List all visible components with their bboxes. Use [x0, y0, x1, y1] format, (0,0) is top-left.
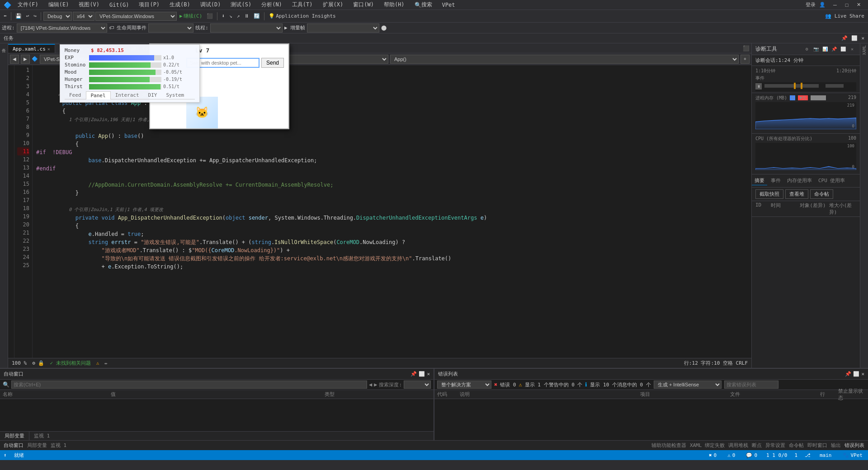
toolbar-back-icon[interactable]: ⬅ [2, 11, 9, 21]
error-list-float[interactable]: ⬜ [853, 371, 859, 377]
vpet-label[interactable]: 🐾 VPet [841, 450, 865, 460]
diag-tab-memory[interactable]: 内存使用率 [784, 176, 815, 185]
diag-pin-icon[interactable]: 📌 [830, 45, 838, 53]
search-nav-prev[interactable]: ◀ [369, 381, 372, 388]
stats-tab-diy[interactable]: DIY [144, 91, 162, 99]
tab-error-list-bottom[interactable]: 错误列表 [844, 442, 864, 449]
menu-debug[interactable]: 调试(D) [197, 0, 225, 10]
step-over-btn[interactable]: ⬇ [220, 11, 226, 21]
menu-project[interactable]: 项目(P) [135, 0, 163, 10]
watch-tab[interactable]: 监视 1 [29, 432, 54, 440]
diag-float-icon[interactable]: ⬜ [839, 45, 847, 53]
build-intellisense-combo[interactable]: 生成 + IntelliSense [654, 381, 722, 389]
diag-tab-cpu[interactable]: CPU 使用率 [816, 176, 848, 185]
tab-call-stack[interactable]: 调用堆栈 [728, 442, 748, 449]
diag-tab-summary[interactable]: 摘要 [752, 176, 767, 185]
warning-status-count[interactable]: ⚠ 0 [726, 450, 737, 460]
menu-tools[interactable]: 工具(T) [288, 0, 316, 10]
member-combo[interactable]: App() [390, 55, 739, 64]
minimize-button[interactable]: ─ [829, 0, 841, 10]
error-search-input[interactable] [724, 381, 778, 389]
platform-combo[interactable]: x64 [73, 12, 94, 21]
err-proj-header[interactable]: 项目 [640, 391, 730, 398]
close-button[interactable]: ✕ [853, 0, 864, 10]
menu-extend[interactable]: 扩展(X) [319, 0, 347, 10]
step-into-btn[interactable]: ↘ [227, 11, 234, 21]
right-sidebar-icon[interactable]: XAML [861, 43, 868, 57]
increment-combo[interactable] [307, 24, 379, 33]
git-branch-label[interactable]: main [818, 450, 834, 460]
restart-btn[interactable]: 🔄 [252, 11, 262, 21]
error-list-pin[interactable]: 📌 [845, 371, 851, 377]
stats-tab-feed[interactable]: Feed [65, 91, 86, 99]
auto-window-float[interactable]: ⬜ [419, 371, 425, 377]
warning-count-badge[interactable]: 显示 1 个警告中的 0 个 [525, 381, 583, 388]
error-count-badge[interactable]: 错误 0 [500, 381, 516, 388]
tab-accessibility-checker[interactable]: 辅助功能检查器 [651, 442, 686, 449]
tab-immediate[interactable]: 即时窗口 [807, 442, 827, 449]
err-desc-header[interactable]: 说明 [460, 391, 640, 398]
menu-test[interactable]: 测试(S) [227, 0, 255, 10]
nav-add-btn[interactable]: + [741, 55, 750, 64]
edit-icon[interactable]: ✏ [104, 360, 108, 366]
code-content[interactable]: /// App.xaml 的交互逻辑 /// </summary> 4 个引用|… [33, 65, 751, 358]
sidebar-task-icon[interactable]: 任务 [0, 43, 8, 47]
tab-command[interactable]: 命令帖 [789, 442, 804, 449]
search-nav-next[interactable]: ▶ [374, 381, 377, 388]
tab-output[interactable]: 输出 [831, 442, 841, 449]
lifetime-combo[interactable] [148, 24, 193, 33]
nav-prev-btn[interactable]: ◀ [10, 55, 19, 64]
search-depth-combo[interactable] [404, 381, 431, 389]
search-box[interactable]: 🔍 搜索 [411, 0, 436, 10]
force-gc-btn[interactable]: 命令帖 [810, 189, 833, 199]
menu-git[interactable]: Git(G) [106, 0, 132, 10]
toolbar-redo-icon[interactable]: ↪ [32, 11, 38, 21]
tab-appxaml[interactable]: App.xaml.cs ✕ [8, 44, 55, 53]
diag-chart-icon[interactable]: 📊 [821, 45, 829, 53]
task-float-icon[interactable]: ⬜ [851, 35, 858, 41]
maximize-button[interactable]: □ [841, 0, 853, 10]
bottom-tab-locals[interactable]: 局部变量 [27, 442, 47, 449]
diag-tab-events[interactable]: 事件 [768, 176, 783, 185]
continue-button[interactable]: ▶ 继续(C) [178, 11, 204, 21]
pause-btn[interactable]: ⏸ [242, 11, 251, 21]
tab-appxaml-close[interactable]: ✕ [47, 47, 50, 52]
zoom-level[interactable]: 100 % [12, 360, 27, 366]
bottom-tab-watch[interactable]: 监视 1 [51, 442, 66, 449]
game-send-button[interactable]: Send [261, 58, 284, 68]
auto-window-close[interactable]: ✕ [427, 371, 430, 377]
project-combo[interactable]: VPet-Simulator.Windows [95, 12, 177, 21]
bottom-tab-auto[interactable]: 自动窗口 [4, 442, 24, 449]
stats-tab-panel[interactable]: Panel [86, 91, 111, 99]
menu-build[interactable]: 生成(B) [166, 0, 194, 10]
error-status-count[interactable]: ✖ 0 [707, 450, 718, 460]
expand-icon[interactable]: ⬤ [381, 25, 387, 31]
diag-settings-icon[interactable]: ⚙ [803, 45, 811, 53]
pause-btn-timeline[interactable]: ⏸ [755, 83, 762, 89]
stats-tab-system[interactable]: System [161, 91, 189, 99]
menu-help[interactable]: 帮助(H) [380, 0, 408, 10]
menu-edit[interactable]: 编辑(E) [45, 0, 73, 10]
nav-next-btn[interactable]: ▶ [21, 55, 30, 64]
process-combo[interactable]: [7184] VPet-Simulator.Windows [17, 24, 107, 33]
auto-window-pin[interactable]: 📌 [410, 371, 417, 377]
tab-exception-settings[interactable]: 异常设置 [765, 442, 785, 449]
login-label[interactable]: 登录 [806, 1, 816, 8]
diag-close-icon[interactable]: ✕ [848, 45, 856, 53]
tab-breakpoints[interactable]: 断点 [752, 442, 762, 449]
tab-xaml-binding[interactable]: XAML 绑定失败 [690, 442, 725, 449]
auto-search-input[interactable] [11, 381, 367, 389]
error-list-close[interactable]: ✕ [861, 371, 864, 377]
toolbar-undo-icon[interactable]: ↩ [24, 11, 31, 21]
debug-mode-combo[interactable]: Debug [43, 12, 72, 21]
local-vars-tab[interactable]: 局部变量 [0, 432, 29, 440]
tab-scroll-right[interactable]: ⬛ [741, 44, 751, 53]
task-close-icon[interactable]: ✕ [861, 35, 864, 41]
thread-combo[interactable] [210, 24, 283, 33]
appinsights-label[interactable]: 💡 Application Insights [267, 11, 337, 21]
menu-window[interactable]: 窗口(W) [349, 0, 377, 10]
error-scope-combo[interactable]: 整个解决方案 [437, 381, 491, 389]
err-code-header[interactable]: 代码 [437, 391, 460, 398]
step-out-btn[interactable]: ↗ [235, 11, 242, 21]
snapshot-btn[interactable]: 截取快照 [755, 189, 783, 199]
